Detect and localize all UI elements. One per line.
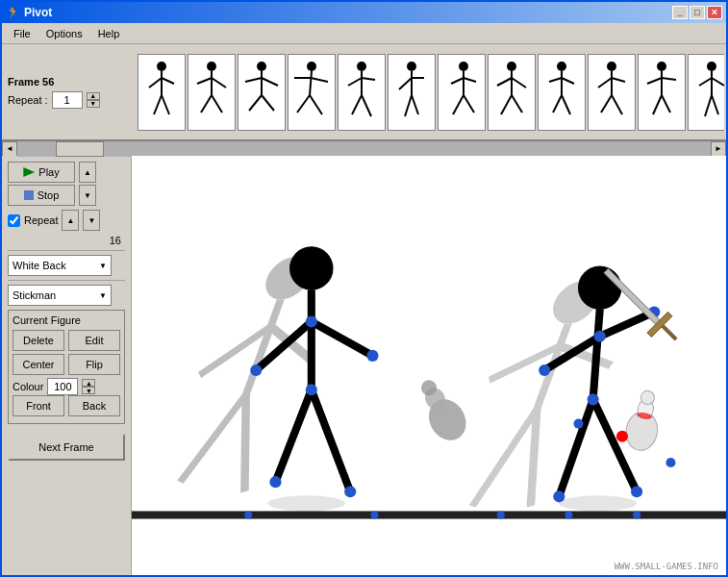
ground-dot-1 bbox=[244, 511, 252, 518]
frame-thumb-8[interactable] bbox=[488, 54, 536, 131]
play-button[interactable]: Play bbox=[8, 162, 75, 183]
svg-rect-72 bbox=[132, 162, 726, 569]
scroll-right-arrow[interactable]: ► bbox=[711, 141, 726, 157]
frame-thumb-9[interactable] bbox=[538, 54, 586, 131]
frame-thumb-11[interactable] bbox=[638, 54, 686, 131]
frame-thumb-3[interactable] bbox=[238, 54, 286, 131]
svg-line-58 bbox=[601, 95, 612, 113]
svg-point-66 bbox=[707, 62, 716, 71]
scroll-thumb[interactable] bbox=[56, 141, 104, 157]
repeat-label: Repeat : bbox=[8, 94, 48, 106]
svg-line-14 bbox=[245, 78, 262, 82]
frame-thumb-4[interactable] bbox=[288, 54, 336, 131]
ground-dot-4 bbox=[565, 511, 572, 518]
white-back-label: White Back bbox=[13, 260, 66, 271]
watermark: WWW.SMALL-GAMES.INFO bbox=[615, 562, 718, 571]
colour-input[interactable] bbox=[47, 378, 78, 395]
svg-line-50 bbox=[549, 78, 562, 82]
front-back-row: Front Back bbox=[13, 395, 120, 416]
svg-line-16 bbox=[249, 95, 262, 111]
center-button[interactable]: Center bbox=[13, 354, 64, 375]
back-button[interactable]: Back bbox=[68, 395, 120, 416]
svg-line-63 bbox=[662, 78, 676, 80]
svg-point-48 bbox=[557, 62, 566, 71]
svg-point-108 bbox=[594, 331, 606, 342]
svg-line-9 bbox=[212, 78, 226, 88]
colour-spin-up[interactable]: ▲ bbox=[82, 379, 95, 387]
frame-thumb-10[interactable] bbox=[588, 54, 636, 131]
svg-point-12 bbox=[257, 62, 266, 71]
maximize-button[interactable]: □ bbox=[690, 6, 705, 19]
scroll-track[interactable] bbox=[17, 141, 711, 157]
svg-line-2 bbox=[149, 78, 162, 88]
front-button[interactable]: Front bbox=[13, 395, 64, 416]
svg-point-24 bbox=[357, 62, 366, 71]
repeat-spin-down[interactable]: ▼ bbox=[87, 100, 100, 108]
svg-point-102 bbox=[579, 266, 621, 309]
svg-line-28 bbox=[352, 95, 362, 114]
svg-line-57 bbox=[612, 78, 625, 82]
next-frame-button[interactable]: Next Frame bbox=[8, 434, 125, 461]
frames-container bbox=[134, 49, 724, 136]
colour-spin-down[interactable]: ▼ bbox=[82, 387, 95, 394]
svg-point-90 bbox=[269, 476, 281, 488]
frame-thumb-2[interactable] bbox=[188, 54, 236, 131]
repeat-checkbox[interactable] bbox=[8, 214, 20, 227]
scroll-left-arrow[interactable]: ◄ bbox=[2, 141, 17, 157]
svg-line-23 bbox=[310, 95, 322, 114]
svg-point-113 bbox=[588, 393, 599, 405]
svg-point-54 bbox=[607, 62, 616, 71]
frame-thumb-7[interactable] bbox=[438, 54, 486, 131]
svg-line-19 bbox=[310, 71, 312, 95]
white-back-dropdown[interactable]: White Back bbox=[8, 255, 112, 276]
svg-line-22 bbox=[297, 95, 310, 113]
svg-point-92 bbox=[306, 384, 317, 395]
svg-line-35 bbox=[412, 95, 418, 114]
main-content: Frame 56 Repeat : ▲ ▼ bbox=[2, 44, 726, 575]
svg-line-4 bbox=[154, 95, 162, 114]
repeat-input[interactable] bbox=[52, 91, 83, 109]
title-bar: 🏃 Pivot _ □ ✕ bbox=[2, 2, 726, 23]
play-side-down[interactable]: ▼ bbox=[79, 185, 96, 206]
svg-point-73 bbox=[267, 495, 345, 511]
delete-button[interactable]: Delete bbox=[13, 330, 64, 351]
colour-label: Colour bbox=[13, 381, 43, 392]
frame-thumb-5[interactable] bbox=[338, 54, 386, 131]
stop-icon bbox=[24, 190, 34, 200]
stickman-row: Stickman bbox=[8, 285, 125, 306]
flip-button[interactable]: Flip bbox=[68, 354, 120, 375]
svg-line-71 bbox=[712, 95, 718, 114]
svg-line-68 bbox=[699, 78, 712, 86]
left-panel: Play Stop ▲ ▼ Repeat bbox=[2, 156, 132, 575]
svg-point-115 bbox=[665, 458, 675, 467]
stop-button[interactable]: Stop bbox=[8, 185, 75, 206]
repeat-row: Repeat : ▲ ▼ bbox=[8, 91, 130, 109]
minimize-button[interactable]: _ bbox=[672, 6, 688, 19]
svg-line-64 bbox=[653, 95, 662, 114]
close-button[interactable]: ✕ bbox=[707, 6, 722, 19]
menu-options[interactable]: Options bbox=[38, 26, 90, 41]
repeat-spin-up[interactable]: ▲ bbox=[87, 92, 100, 100]
edit-button[interactable]: Edit bbox=[68, 330, 120, 351]
menu-file[interactable]: File bbox=[6, 26, 38, 41]
svg-line-15 bbox=[262, 78, 278, 86]
play-side-up[interactable]: ▲ bbox=[79, 162, 96, 183]
repeat-check-row: Repeat ▲ ▼ bbox=[8, 210, 125, 231]
svg-point-111 bbox=[553, 490, 565, 502]
frame-thumb-1[interactable] bbox=[138, 54, 186, 131]
repeat-counter: 16 bbox=[8, 235, 125, 246]
frame-label: Frame 56 bbox=[8, 76, 130, 88]
center-flip-row: Center Flip bbox=[13, 354, 120, 375]
menu-help[interactable]: Help bbox=[90, 26, 128, 41]
svg-line-29 bbox=[362, 95, 371, 116]
stickman-dropdown[interactable]: Stickman bbox=[8, 285, 112, 306]
frame-thumb-12[interactable] bbox=[688, 54, 724, 131]
repeat-side-up[interactable]: ▲ bbox=[62, 210, 79, 231]
svg-line-46 bbox=[501, 95, 512, 114]
main-window: 🏃 Pivot _ □ ✕ File Options Help Frame 56… bbox=[0, 0, 728, 577]
stop-label: Stop bbox=[38, 189, 60, 201]
canvas-area[interactable]: WWW.SMALL-GAMES.INFO bbox=[132, 156, 726, 575]
repeat-side-down[interactable]: ▼ bbox=[83, 210, 100, 231]
frame-thumb-6[interactable] bbox=[388, 54, 436, 131]
delete-edit-row: Delete Edit bbox=[13, 330, 120, 351]
